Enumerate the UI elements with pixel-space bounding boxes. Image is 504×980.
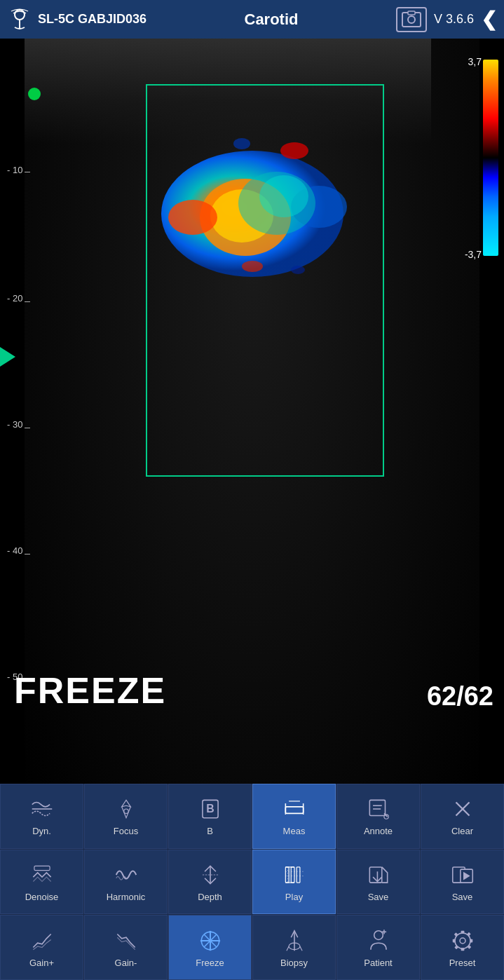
b-mode-button[interactable]: B B xyxy=(168,784,252,849)
svg-point-3 xyxy=(408,16,415,23)
save1-label: Save xyxy=(368,892,389,902)
depth-button[interactable]: Depth xyxy=(168,850,252,915)
save2-label: Save xyxy=(452,892,473,902)
clear-label: Clear xyxy=(451,826,473,836)
svg-rect-72 xyxy=(467,945,471,949)
svg-point-17 xyxy=(123,809,128,813)
header: SL-5C GABJID036 Carotid V 3.6.6 ❮ xyxy=(0,0,504,39)
clear-button[interactable]: Clear xyxy=(421,784,504,849)
depth-label-30: - 30 xyxy=(7,419,22,430)
svg-point-63 xyxy=(454,933,470,948)
svg-rect-32 xyxy=(285,867,289,883)
annote-label: Annote xyxy=(364,826,393,836)
svg-point-15 xyxy=(259,175,308,217)
svg-text:B: B xyxy=(206,803,214,815)
meas-button[interactable]: Meas xyxy=(252,784,336,849)
meas-label: Meas xyxy=(283,826,306,836)
svg-point-13 xyxy=(291,266,305,274)
biopsy-button[interactable]: Biopsy xyxy=(252,915,336,980)
gain-minus-label: Gain- xyxy=(115,958,137,968)
svg-rect-70 xyxy=(467,932,471,936)
header-right: V 3.6.6 ❮ xyxy=(396,7,497,32)
probe-icon xyxy=(7,7,32,32)
preset-button[interactable]: Preset xyxy=(421,915,504,980)
save1-button[interactable]: Save xyxy=(336,850,420,915)
gain-minus-button[interactable]: Gain- xyxy=(84,915,168,980)
svg-point-11 xyxy=(233,138,250,149)
svg-line-58 xyxy=(286,946,288,951)
svg-point-54 xyxy=(200,939,202,941)
scale-bottom-label: -3,7 xyxy=(465,249,482,260)
settings-icon-box[interactable] xyxy=(396,7,427,32)
svg-line-59 xyxy=(299,946,301,951)
dyn-button[interactable]: Dyn. xyxy=(0,784,83,849)
svg-rect-33 xyxy=(291,867,294,883)
tick-20 xyxy=(25,301,30,302)
toolbar: Dyn. Focus B B Meas xyxy=(0,784,504,980)
depth-label-20: - 20 xyxy=(7,293,22,304)
gain-plus-button[interactable]: Gain+ xyxy=(0,915,83,980)
svg-rect-67 xyxy=(452,939,455,942)
back-button[interactable]: ❮ xyxy=(481,8,497,31)
harmonic-button[interactable]: Harmonic xyxy=(84,850,168,915)
depth-label: Depth xyxy=(198,892,222,902)
svg-rect-66 xyxy=(461,948,464,951)
svg-point-64 xyxy=(460,938,465,944)
save2-button[interactable]: Save xyxy=(421,850,504,915)
svg-rect-24 xyxy=(369,801,385,816)
depth-label-40: - 40 xyxy=(7,545,22,556)
depth-label-10: - 10 xyxy=(7,165,22,175)
header-left: SL-5C GABJID036 xyxy=(7,7,147,32)
svg-rect-68 xyxy=(470,939,472,942)
focus-label: Focus xyxy=(114,826,138,836)
focus-marker[interactable] xyxy=(0,347,15,367)
preset-label: Preset xyxy=(449,958,476,968)
version-label: V 3.6.6 xyxy=(434,12,474,27)
svg-point-55 xyxy=(218,939,220,941)
gain-plus-label: Gain+ xyxy=(29,958,54,968)
svg-rect-30 xyxy=(34,866,49,870)
tick-40 xyxy=(25,554,30,554)
denoise-button[interactable]: Denoise xyxy=(0,850,83,915)
biopsy-label: Biopsy xyxy=(280,958,308,968)
play-button[interactable]: Play xyxy=(252,850,336,915)
status-dot xyxy=(28,88,41,100)
dyn-label: Dyn. xyxy=(32,826,51,836)
scale-top-label: 3,7 xyxy=(468,56,482,67)
tick-30 xyxy=(25,428,30,428)
mode-label: Carotid xyxy=(245,11,299,29)
svg-point-9 xyxy=(168,200,217,235)
denoise-label: Denoise xyxy=(25,892,59,902)
svg-rect-69 xyxy=(454,932,458,937)
freeze-label: FREEZE xyxy=(14,669,166,712)
scan-area: - 10 - 20 - 30 - 40 - 50 3,7 -3,7 xyxy=(0,39,504,796)
frame-counter: 62/62 xyxy=(427,681,493,712)
svg-rect-71 xyxy=(454,945,458,949)
doppler-visualization xyxy=(123,105,375,287)
svg-point-52 xyxy=(209,930,211,932)
probe-label: SL-5C GABJID036 xyxy=(38,12,147,27)
tick-10 xyxy=(25,172,30,172)
play-label: Play xyxy=(285,892,303,902)
color-scale-bar xyxy=(483,60,498,256)
patient-label: Patient xyxy=(364,958,392,968)
svg-rect-4 xyxy=(408,11,415,15)
harmonic-label: Harmonic xyxy=(107,892,146,902)
svg-point-53 xyxy=(209,948,211,951)
svg-point-12 xyxy=(242,261,263,272)
focus-button[interactable]: Focus xyxy=(84,784,168,849)
freeze-label-btn: Freeze xyxy=(196,958,224,968)
svg-point-10 xyxy=(280,142,308,159)
svg-rect-20 xyxy=(285,807,303,814)
patient-button[interactable]: Patient xyxy=(336,915,420,980)
annote-button[interactable]: Annote xyxy=(336,784,420,849)
b-label: B xyxy=(207,826,213,836)
svg-point-60 xyxy=(374,930,383,939)
freeze-button[interactable]: Freeze xyxy=(168,915,252,980)
svg-rect-65 xyxy=(461,930,464,933)
